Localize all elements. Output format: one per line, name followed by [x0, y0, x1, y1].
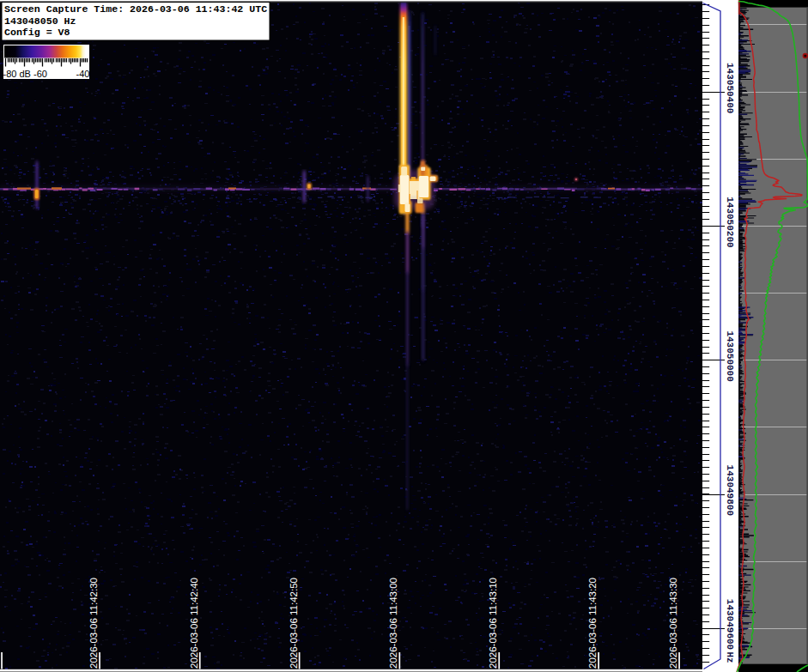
svg-text:143049800: 143049800 [725, 465, 735, 516]
svg-text:2026-03-06 11:42:50: 2026-03-06 11:42:50 [289, 578, 299, 669]
svg-text:143048050 Hz: 143048050 Hz [4, 15, 76, 27]
svg-text:143050200: 143050200 [725, 197, 735, 247]
svg-text:143049600: 143049600 [725, 599, 735, 650]
svg-text:143050400: 143050400 [725, 63, 735, 113]
svg-text:2026-03-06 11:43:00: 2026-03-06 11:43:00 [388, 578, 398, 669]
svg-text:2026-03-06 11:42:40: 2026-03-06 11:42:40 [189, 578, 199, 669]
svg-text:Config = V8: Config = V8 [4, 27, 70, 38]
svg-text:2026-03-06 11:43:30: 2026-03-06 11:43:30 [668, 578, 678, 669]
svg-text:-80 dB -60: -80 dB -60 [3, 69, 47, 79]
svg-text:2026-03-06 11:43:10: 2026-03-06 11:43:10 [488, 578, 498, 669]
svg-text:2026-03-06 11:43:20: 2026-03-06 11:43:20 [587, 578, 598, 669]
svg-text:Hz: Hz [725, 652, 735, 663]
svg-text:2026-03-06 11:42:30: 2026-03-06 11:42:30 [88, 578, 99, 669]
svg-text:Screen Capture Time: 2026-03-0: Screen Capture Time: 2026-03-06 11:43:42… [4, 3, 267, 15]
svg-text:143050000: 143050000 [725, 330, 735, 381]
svg-text:-40: -40 [76, 69, 90, 79]
